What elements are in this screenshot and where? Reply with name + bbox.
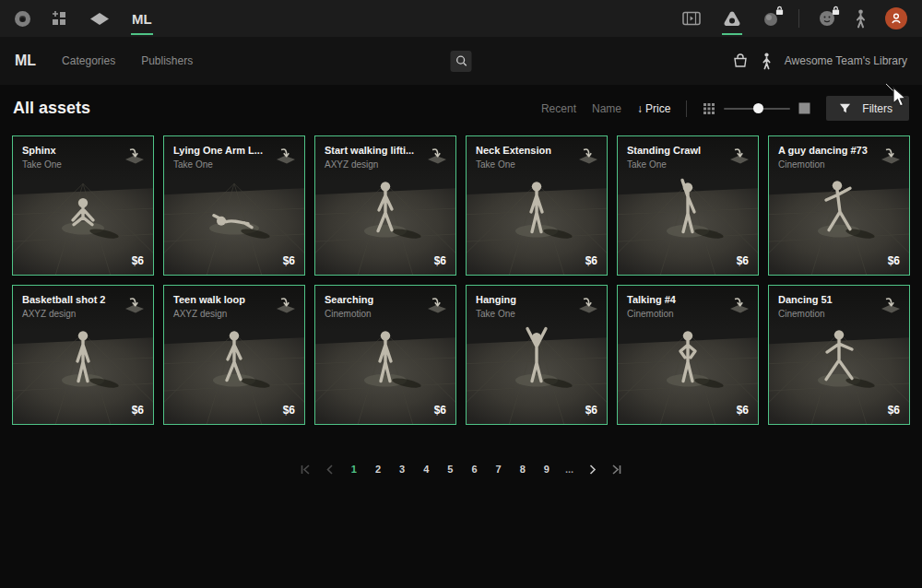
asset-publisher: Cinemotion <box>325 309 373 319</box>
card-text: Hanging Take One <box>476 294 516 319</box>
topbar-right-group <box>680 6 907 30</box>
card-text: Standing Crawl Take One <box>627 145 701 170</box>
sort-price[interactable]: ↓ Price <box>637 102 670 115</box>
person-icon[interactable] <box>762 53 772 70</box>
page-number-3[interactable]: 3 <box>394 460 410 478</box>
face-lock-icon[interactable] <box>818 9 836 28</box>
asset-card[interactable]: Neck Extension Take One $6 <box>466 135 608 276</box>
navbar-right-group: Awesome Team's Library <box>732 53 907 70</box>
asset-price: $6 <box>888 254 900 267</box>
asset-card[interactable]: Basketball shot 2 AXYZ design $6 <box>12 285 154 425</box>
bag-icon[interactable] <box>732 53 749 69</box>
page-number-2[interactable]: 2 <box>370 460 386 478</box>
user-avatar[interactable] <box>885 7 907 29</box>
card-header: Lying One Arm L... Take One <box>164 136 304 171</box>
import-asset-icon[interactable] <box>274 147 298 171</box>
pick-icon[interactable] <box>721 6 743 30</box>
search-button[interactable] <box>451 51 472 72</box>
small-grid-icon <box>703 102 715 115</box>
ml-tab-label: ML <box>132 11 152 27</box>
library-name[interactable]: Awesome Team's Library <box>785 54 907 67</box>
asset-price: $6 <box>132 404 144 417</box>
nav-link-categories[interactable]: Categories <box>62 54 115 67</box>
slider-track[interactable] <box>724 108 790 110</box>
bag-glyph <box>732 53 749 69</box>
card-header: Neck Extension Take One <box>467 136 607 171</box>
sort-name[interactable]: Name <box>592 102 621 115</box>
asset-card[interactable]: Talking #4 Cinemotion $6 <box>617 285 759 425</box>
page-number-9[interactable]: 9 <box>538 460 555 478</box>
sort-recent[interactable]: Recent <box>541 102 576 115</box>
apps-grid-icon[interactable] <box>49 6 69 30</box>
asset-card[interactable]: Teen walk loop AXYZ design $6 <box>163 285 305 425</box>
film-icon[interactable] <box>680 7 703 29</box>
import-asset-icon[interactable] <box>425 147 449 171</box>
asset-card[interactable]: Searching Cinemotion $6 <box>314 285 456 425</box>
app-navbar: ML Categories Publishers Awesome Team's … <box>0 37 922 85</box>
filters-label: Filters <box>862 102 892 115</box>
asset-title: Neck Extension <box>476 145 551 157</box>
asset-publisher: Take One <box>476 159 551 170</box>
person-glyph <box>762 53 772 70</box>
asset-card[interactable]: Standing Crawl Take One $6 <box>617 135 759 276</box>
ml-logo[interactable]: ML <box>15 53 36 69</box>
import-asset-icon[interactable] <box>576 147 600 171</box>
page-number-1[interactable]: 1 <box>346 460 362 478</box>
mannequin-glyph <box>855 9 867 29</box>
card-header: Start walking lifti... AXYZ design <box>315 136 455 171</box>
import-asset-icon[interactable] <box>123 147 147 171</box>
card-header: A guy dancing #73 Cinemotion <box>769 136 909 171</box>
asset-title: Searching <box>325 294 373 306</box>
import-asset-icon[interactable] <box>576 296 600 320</box>
asset-publisher: AXYZ design <box>22 309 105 319</box>
asset-title: Dancing 51 <box>778 294 833 306</box>
card-text: Searching Cinemotion <box>325 294 373 319</box>
card-header: Searching Cinemotion <box>315 286 455 320</box>
import-asset-glyph <box>274 296 298 316</box>
nav-link-publishers[interactable]: Publishers <box>141 54 193 67</box>
import-asset-icon[interactable] <box>727 147 751 171</box>
asset-title: Sphinx <box>22 145 62 157</box>
sort-price-label: Price <box>645 102 670 115</box>
next-page-button[interactable] <box>584 461 601 478</box>
page-number-6[interactable]: 6 <box>466 460 482 478</box>
last-page-button[interactable] <box>609 461 626 478</box>
mannequin-icon[interactable] <box>855 9 867 29</box>
import-asset-icon[interactable] <box>727 296 751 320</box>
app-logo-icon[interactable] <box>15 11 30 27</box>
first-page-button[interactable] <box>296 461 313 478</box>
asset-title: Start walking lifti... <box>325 145 414 157</box>
diamond-icon[interactable] <box>88 8 112 29</box>
import-asset-glyph <box>425 147 449 167</box>
asset-card[interactable]: Start walking lifti... AXYZ design $6 <box>314 135 456 276</box>
sphere-lock-icon[interactable] <box>762 9 780 28</box>
asset-card[interactable]: Hanging Take One $6 <box>466 285 608 425</box>
page-number-5[interactable]: 5 <box>442 460 458 478</box>
previous-page-button[interactable] <box>321 461 338 478</box>
slider-knob[interactable] <box>753 103 763 113</box>
asset-card[interactable]: A guy dancing #73 Cinemotion $6 <box>768 135 910 276</box>
import-asset-icon[interactable] <box>123 296 147 320</box>
asset-publisher: Take One <box>173 159 263 170</box>
page-number-4[interactable]: 4 <box>418 460 434 478</box>
page-header: All assets Recent Name ↓ Price <box>0 85 922 135</box>
import-asset-icon[interactable] <box>274 296 298 320</box>
import-asset-icon[interactable] <box>879 147 903 171</box>
card-header: Hanging Take One <box>467 286 607 320</box>
asset-grid: Sphinx Take One $6 Lying One Arm L... Ta… <box>0 135 922 425</box>
asset-card[interactable]: Lying One Arm L... Take One $6 <box>163 135 305 276</box>
page-number-8[interactable]: 8 <box>514 460 531 478</box>
import-asset-icon[interactable] <box>425 296 449 320</box>
card-text: Neck Extension Take One <box>476 145 551 170</box>
filters-button[interactable]: Filters <box>826 96 909 121</box>
import-asset-icon[interactable] <box>879 296 903 320</box>
card-text: Talking #4 Cinemotion <box>627 294 676 319</box>
import-asset-glyph <box>879 147 903 167</box>
asset-card[interactable]: Dancing 51 Cinemotion $6 <box>768 285 910 425</box>
controls-divider <box>686 100 687 117</box>
asset-card[interactable]: Sphinx Take One $6 <box>12 135 154 276</box>
ml-tab[interactable]: ML <box>130 7 154 30</box>
asset-publisher: Take One <box>627 159 701 170</box>
page-number-7[interactable]: 7 <box>491 460 507 478</box>
first-page-icon <box>299 464 311 476</box>
